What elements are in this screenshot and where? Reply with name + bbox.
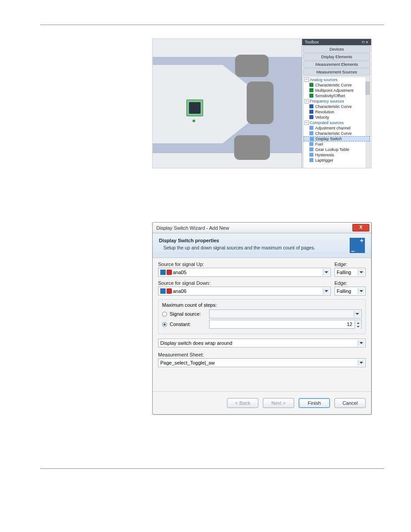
ecu-box-top [235, 55, 269, 77]
label-source-down: Source for signal Down: [158, 280, 331, 286]
next-button[interactable]: Next > [263, 398, 294, 408]
chevron-down-icon[interactable] [358, 288, 364, 294]
pin-icon[interactable]: ⊓ ✕ [362, 40, 368, 44]
spinner-buttons[interactable] [355, 321, 361, 329]
tree-item[interactable]: Revolution [304, 109, 370, 115]
spinner-constant[interactable]: 12 [209, 320, 362, 329]
close-button[interactable]: X [352, 224, 369, 232]
chevron-down-icon[interactable] [358, 340, 364, 346]
bg-strip [153, 153, 312, 168]
tree-item[interactable]: Hysteresis [304, 152, 370, 158]
curve-icon [309, 104, 313, 108]
chevron-down-icon [354, 311, 360, 317]
toolbox-tree[interactable]: Analog sources Characteristic Curve Mult… [303, 77, 370, 168]
combo-wrap-around[interactable]: Display switch does wrap around [158, 339, 366, 348]
toolbox-title: Toolbox [305, 40, 319, 44]
label-edge: Edge: [334, 262, 366, 267]
channel-icon [160, 270, 166, 275]
radio-signal-source[interactable] [162, 312, 167, 317]
diagram-canvas [153, 39, 307, 168]
label-measurement-sheet: Measurement Sheet: [158, 352, 366, 357]
bg-funnel [153, 65, 312, 143]
tree-item[interactable]: Fuel [304, 142, 370, 147]
label-radio-constant: Constant: [170, 322, 206, 327]
toolbox-panel: Toolbox ⊓ ✕ Devices Display Elements Mea… [302, 39, 371, 168]
chevron-down-icon[interactable] [358, 360, 364, 366]
plus-minus-icon [350, 238, 365, 253]
wizard-heading: Display Switch properties [159, 238, 350, 243]
adjustment-icon [309, 126, 313, 130]
chevron-down-icon[interactable] [323, 288, 330, 294]
group-frequency[interactable]: Frequency sources [304, 99, 370, 104]
cancel-button[interactable]: Cancel [334, 398, 366, 408]
ecu-box-bot [234, 135, 270, 160]
gear-table-icon [309, 147, 313, 151]
label-max-steps: Maximum count of steps: [162, 302, 362, 308]
hysteresis-icon [309, 153, 313, 157]
combo-edge-up[interactable]: Falling [334, 268, 366, 277]
multipoint-icon [309, 88, 313, 92]
display-switch-wizard: Display Switch Wizard - Add New X Displa… [152, 222, 372, 415]
tree-item[interactable]: Sensitivity/Offset [304, 93, 370, 99]
tree-item[interactable]: Characteristic Curve [304, 104, 370, 109]
dialog-header: Display Switch properties Setup the up a… [153, 233, 371, 258]
toolbox-titlebar: Toolbox ⊓ ✕ [302, 39, 371, 45]
sensitivity-icon [309, 94, 313, 98]
channel-icon [160, 288, 166, 294]
tree-item[interactable]: Adjustment channel [304, 125, 370, 131]
tree-item[interactable]: Multipoint Adjustment [304, 88, 370, 93]
channel-icon [167, 288, 172, 294]
dialog-button-bar: < Back Next > Finish Cancel [153, 391, 371, 414]
toolbox-band-meas-src[interactable]: Measurement Sources [303, 69, 370, 76]
wizard-subheading: Setup the up and down signal sources and… [159, 245, 350, 250]
combo-source-up[interactable]: ana05 [158, 268, 331, 277]
combo-signal-source[interactable] [209, 309, 362, 318]
chevron-down-icon[interactable] [355, 325, 361, 329]
toolbox-band-disp-elem[interactable]: Display Elements [303, 53, 370, 60]
channel-icon [167, 270, 172, 275]
finish-button[interactable]: Finish [299, 398, 330, 408]
dialog-title: Display Switch Wizard - Add New [156, 225, 229, 231]
tree-item[interactable]: Characteristic Curve [304, 131, 370, 136]
dialog-body: Source for signal Up: ana05 Edge: Fallin… [153, 258, 371, 391]
device-ddu[interactable] [186, 99, 203, 116]
back-button[interactable]: < Back [227, 398, 258, 408]
fuel-icon [309, 142, 313, 146]
bg-strip [153, 39, 312, 57]
group-computed[interactable]: Computed sources [304, 120, 370, 125]
label-edge: Edge: [334, 280, 366, 286]
tree-item[interactable]: Gear Lookup Table [304, 147, 370, 152]
curve-icon [309, 83, 313, 87]
status-dot [193, 120, 195, 122]
display-switch-icon [310, 137, 314, 141]
curve-icon [309, 131, 313, 135]
combo-source-down[interactable]: ana06 [158, 287, 331, 296]
chevron-down-icon[interactable] [323, 269, 330, 275]
page-rule [40, 468, 384, 469]
screenshot-system-overview: Toolbox ⊓ ✕ Devices Display Elements Mea… [152, 39, 372, 168]
page-rule [40, 25, 384, 25]
tree-item[interactable]: Velocity [304, 115, 370, 120]
tree-item[interactable]: Laptrigger [304, 158, 370, 163]
max-steps-group: Maximum count of steps: Signal source: C… [158, 299, 366, 334]
tree-item-display-switch[interactable]: Display Switch [304, 136, 370, 142]
device-screen [189, 102, 201, 114]
radio-constant[interactable] [162, 322, 167, 327]
toolbox-band-meas-elem[interactable]: Measurement Elements [303, 61, 370, 68]
toolbox-band-devices[interactable]: Devices [303, 46, 370, 53]
ecu-box-mid [247, 82, 274, 124]
label-radio-signal: Signal source: [170, 311, 206, 317]
combo-edge-down[interactable]: Falling [334, 287, 366, 296]
tree-item[interactable]: Characteristic Curve [304, 82, 370, 88]
chevron-up-icon[interactable] [355, 321, 361, 325]
laptrigger-icon [309, 158, 313, 162]
velocity-icon [309, 115, 313, 119]
combo-measurement-sheet[interactable]: Page_select_Toggle|_sw [158, 358, 366, 367]
label-source-up: Source for signal Up: [158, 262, 331, 267]
chevron-down-icon[interactable] [358, 269, 364, 275]
dialog-titlebar: Display Switch Wizard - Add New X [153, 223, 371, 233]
revolution-icon [309, 110, 313, 114]
group-analog[interactable]: Analog sources [304, 77, 370, 82]
